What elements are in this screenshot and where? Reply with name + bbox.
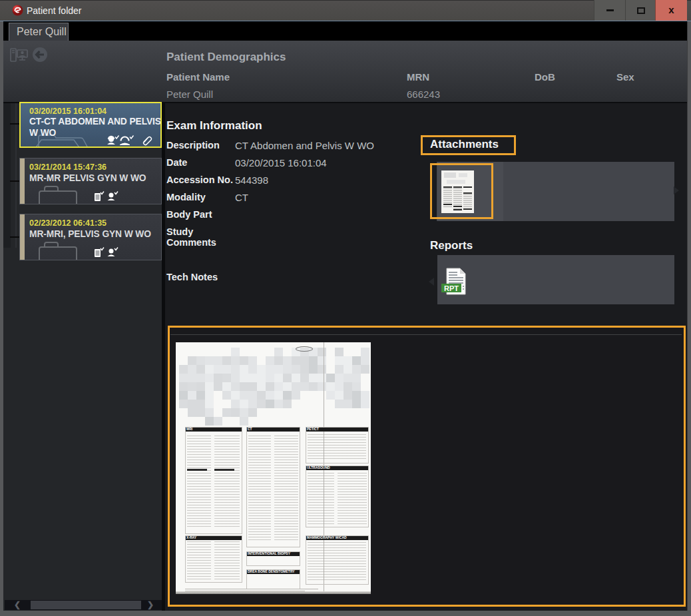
- svg-text:RPT: RPT: [444, 284, 459, 292]
